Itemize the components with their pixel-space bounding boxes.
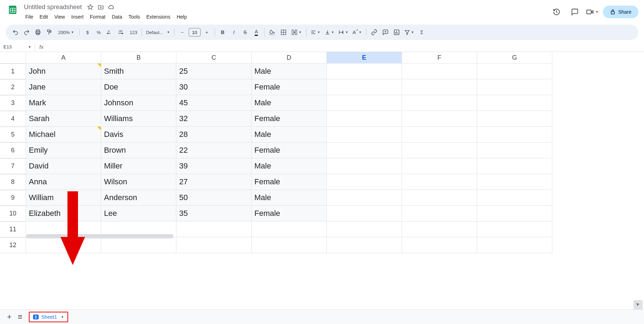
menu-format[interactable]: Format — [87, 13, 108, 21]
cell-D10[interactable]: Female — [252, 206, 327, 221]
horizontal-scrollbar[interactable] — [26, 234, 174, 238]
cell-A2[interactable]: Jane — [26, 79, 101, 95]
cell-F6[interactable] — [402, 143, 477, 158]
cell-E5[interactable] — [327, 127, 402, 143]
cell-E10[interactable] — [327, 206, 402, 221]
borders-button[interactable] — [279, 27, 288, 37]
cell-C10[interactable]: 35 — [176, 206, 252, 221]
row-header-5[interactable]: 5 — [0, 127, 26, 143]
col-header-F[interactable]: F — [402, 52, 477, 64]
row-header-8[interactable]: 8 — [0, 174, 26, 190]
currency-button[interactable]: $ — [83, 27, 92, 37]
cell-G12[interactable] — [477, 237, 552, 253]
cell-D2[interactable]: Female — [252, 79, 327, 95]
row-header-1[interactable]: 1 — [0, 64, 26, 79]
cell-E12[interactable] — [327, 237, 402, 253]
row-header-9[interactable]: 9 — [0, 190, 26, 206]
col-header-B[interactable]: B — [101, 52, 176, 64]
merge-button[interactable]: ▼ — [290, 27, 303, 37]
cell-G10[interactable] — [477, 206, 552, 221]
h-align-button[interactable]: ▼ — [309, 27, 322, 37]
paint-format-button[interactable] — [44, 27, 54, 37]
cell-G9[interactable] — [477, 190, 552, 206]
cell-E6[interactable] — [327, 143, 402, 158]
bold-button[interactable]: B — [218, 27, 228, 37]
cell-D4[interactable]: Female — [252, 111, 327, 127]
row-header-6[interactable]: 6 — [0, 143, 26, 158]
cell-F4[interactable] — [402, 111, 477, 127]
cell-A10[interactable]: Elizabeth — [26, 206, 101, 221]
cell-D6[interactable]: Female — [252, 143, 327, 158]
cell-D11[interactable] — [252, 221, 327, 237]
doc-title[interactable]: Untitled spreadsheet — [22, 3, 83, 12]
cell-F1[interactable] — [402, 64, 477, 79]
menu-insert[interactable]: Insert — [69, 13, 86, 21]
cell-F7[interactable] — [402, 158, 477, 174]
wrap-button[interactable]: ▼ — [337, 27, 350, 37]
cell-C4[interactable]: 32 — [176, 111, 252, 127]
cell-E7[interactable] — [327, 158, 402, 174]
rotate-button[interactable]: A↗▼ — [351, 27, 363, 37]
cell-A8[interactable]: Anna — [26, 174, 101, 190]
cell-D8[interactable]: Female — [252, 174, 327, 190]
col-header-A[interactable]: A — [26, 52, 101, 64]
cell-G1[interactable] — [477, 64, 552, 79]
cell-G4[interactable] — [477, 111, 552, 127]
row-header-7[interactable]: 7 — [0, 158, 26, 174]
menu-edit[interactable]: Edit — [37, 13, 51, 21]
decrease-decimal-button[interactable]: .0 — [105, 27, 115, 37]
cell-F5[interactable] — [402, 127, 477, 143]
cell-B6[interactable]: Brown — [101, 143, 176, 158]
cell-F9[interactable] — [402, 190, 477, 206]
cell-D12[interactable] — [252, 237, 327, 253]
cell-F8[interactable] — [402, 174, 477, 190]
cell-D1[interactable]: Male — [252, 64, 327, 79]
cell-B7[interactable]: Miller — [101, 158, 176, 174]
cell-D7[interactable]: Male — [252, 158, 327, 174]
sheets-logo[interactable] — [6, 3, 20, 17]
cell-E4[interactable] — [327, 111, 402, 127]
cell-A5[interactable]: Michael — [26, 127, 101, 143]
cell-B9[interactable]: Anderson — [101, 190, 176, 206]
menu-view[interactable]: View — [52, 13, 68, 21]
font-select[interactable]: Defaul...▼ — [145, 27, 171, 37]
row-header-4[interactable]: 4 — [0, 111, 26, 127]
cell-B5[interactable]: Davis — [101, 127, 176, 143]
cell-F10[interactable] — [402, 206, 477, 221]
menu-data[interactable]: Data — [109, 13, 125, 21]
cell-F12[interactable] — [402, 237, 477, 253]
cell-B12[interactable] — [101, 237, 176, 253]
italic-button[interactable]: I — [229, 27, 239, 37]
cell-F2[interactable] — [402, 79, 477, 95]
text-color-button[interactable]: A — [252, 27, 261, 37]
cell-C12[interactable] — [176, 237, 252, 253]
row-header-2[interactable]: 2 — [0, 79, 26, 95]
cell-B1[interactable]: Smith — [101, 64, 176, 79]
meet-icon[interactable]: ▼ — [586, 5, 599, 19]
menu-file[interactable]: File — [22, 13, 36, 21]
font-size-input[interactable]: 10 — [189, 28, 201, 37]
undo-button[interactable] — [11, 27, 20, 37]
cell-A3[interactable]: Mark — [26, 95, 101, 111]
cell-G3[interactable] — [477, 95, 552, 111]
more-formats-button[interactable]: 123 — [128, 27, 139, 37]
row-header-10[interactable]: 10 — [0, 206, 26, 221]
cell-A4[interactable]: Sarah — [26, 111, 101, 127]
star-icon[interactable] — [87, 4, 94, 11]
cell-C1[interactable]: 25 — [176, 64, 252, 79]
cell-G5[interactable] — [477, 127, 552, 143]
cell-C5[interactable]: 28 — [176, 127, 252, 143]
add-sheet-button[interactable]: + — [7, 312, 12, 322]
insert-chart-button[interactable] — [392, 27, 402, 37]
cell-A6[interactable]: Emily — [26, 143, 101, 158]
cell-C6[interactable]: 22 — [176, 143, 252, 158]
cell-A1[interactable]: John — [26, 64, 101, 79]
zoom-select[interactable]: 200%▼ — [56, 27, 77, 37]
redo-button[interactable] — [22, 27, 32, 37]
cell-E8[interactable] — [327, 174, 402, 190]
move-icon[interactable] — [97, 4, 104, 11]
v-align-button[interactable]: ▼ — [323, 27, 336, 37]
cell-A12[interactable] — [26, 237, 101, 253]
col-header-D[interactable]: D — [252, 52, 327, 64]
cell-B4[interactable]: Williams — [101, 111, 176, 127]
